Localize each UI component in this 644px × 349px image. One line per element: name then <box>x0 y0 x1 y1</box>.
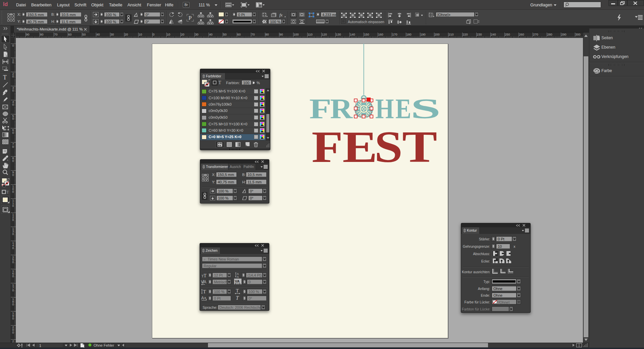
svg-text:A: A <box>201 296 204 300</box>
svg-text:T: T <box>236 288 239 293</box>
svg-text:fx: fx <box>279 12 283 17</box>
svg-text:VA: VA <box>235 279 240 283</box>
svg-text:A: A <box>204 280 206 284</box>
svg-text:T: T <box>3 74 7 81</box>
svg-text:T: T <box>204 273 207 278</box>
svg-text:P: P <box>189 15 192 21</box>
svg-text:a: a <box>204 296 206 299</box>
svg-text:T: T <box>203 289 206 294</box>
svg-text:T: T <box>218 80 221 85</box>
svg-text:T: T <box>236 295 239 301</box>
svg-text:T: T <box>6 189 9 194</box>
svg-text:A: A <box>237 275 239 279</box>
